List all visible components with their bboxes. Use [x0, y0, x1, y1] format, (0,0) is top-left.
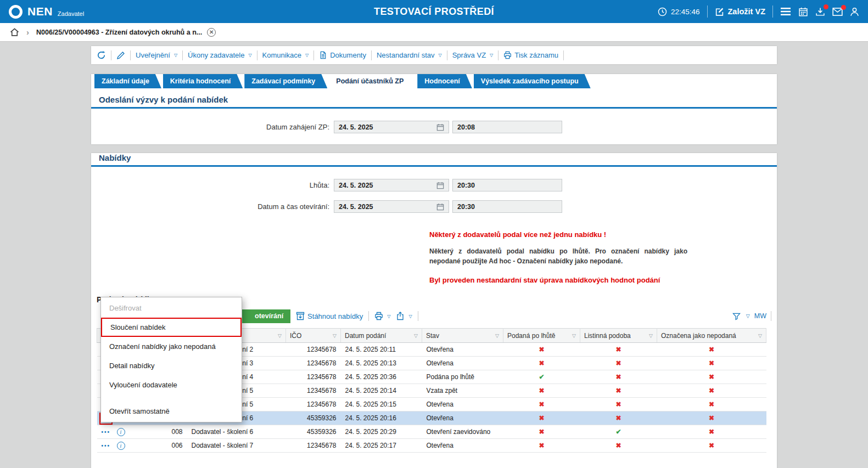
breadcrumb-record-tab[interactable]: N006/25/V00004963 - Zřízení datových okr… — [36, 28, 216, 37]
calendar-picker-icon[interactable] — [436, 203, 444, 211]
view-code[interactable]: MW — [754, 312, 766, 320]
filter-dropdown-icon[interactable]: ▽ — [278, 333, 282, 339]
filter-icon[interactable] — [732, 312, 741, 320]
calendar-icon — [798, 7, 808, 16]
deadline-time-value: 20:30 — [457, 182, 475, 189]
opening-time-input[interactable]: 20:30 — [452, 200, 562, 213]
separator — [313, 50, 314, 60]
main-menu-button[interactable] — [780, 7, 791, 16]
toolbar-menu-sprava-vz[interactable]: Správa VZ▽ — [452, 51, 494, 59]
start-time-input[interactable]: 20:08 — [452, 121, 562, 133]
tab-vysledek-zadavaciho-postupu[interactable]: Výsledek zadávacího postupu — [474, 74, 591, 88]
download-bids-label: Stáhnout nabídky — [307, 312, 363, 320]
submission-datetime: 24. 5. 2025 20:17 — [341, 439, 422, 453]
info-icon[interactable]: i — [117, 428, 125, 436]
column-header-listinna-podoba[interactable]: Listinná podoba▽ — [580, 329, 657, 343]
row-menu-button[interactable]: ••• — [102, 428, 111, 436]
toolbar-menu-label: Uveřejnění — [136, 51, 170, 59]
dropdown-arrow-icon: ▽ — [408, 314, 412, 319]
home-button[interactable] — [10, 28, 19, 36]
supplier-ico: 12345678 — [286, 357, 341, 370]
calendar-button[interactable] — [798, 7, 808, 16]
cross-icon: ✖ — [709, 373, 714, 381]
deadline-date-value: 24. 5. 2025 — [339, 182, 373, 189]
downloads-button[interactable] — [815, 7, 825, 16]
tab-zadavaci-podminky[interactable]: Zadávací podmínky — [244, 74, 327, 88]
filter-dropdown-icon[interactable]: ▽ — [495, 333, 499, 339]
toolbar-menu-dokumenty[interactable]: Dokumenty — [319, 51, 366, 59]
separator — [563, 50, 564, 60]
supplier-ico: 45359326 — [286, 425, 341, 439]
bid-row[interactable]: •••i006Dodavatel - školení 71234567824. … — [97, 439, 766, 453]
download-bids-button[interactable]: Stáhnout nabídky — [296, 312, 363, 320]
toolbar-menu-ukony-zadavatele[interactable]: Úkony zadavatele▽ — [188, 51, 252, 59]
bid-status: Otevřena — [422, 343, 503, 357]
deadline-label: Lhůta: — [91, 181, 334, 189]
filter-dropdown-icon[interactable]: ▽ — [758, 333, 762, 339]
toolbar-menu-tisk-zaznamu[interactable]: Tisk záznamu — [503, 51, 558, 59]
note-late-bid: Některý z dodavatelů podal nabídku po lh… — [429, 246, 687, 266]
opening-date-input[interactable]: 24. 5. 2025 — [334, 200, 449, 213]
view-dropdown-icon[interactable]: ▽ — [746, 313, 750, 319]
bid-row[interactable]: •••i008Dodavatel - školení 64535932624. … — [97, 425, 766, 439]
context-menu-item-slouceni-nabidek[interactable]: Sloučení nabídek — [101, 318, 242, 337]
hamburger-icon — [780, 7, 791, 16]
record-detail-card: Základní údajeKritéria hodnoceníZadávací… — [91, 74, 777, 144]
filter-dropdown-icon[interactable]: ▽ — [572, 333, 576, 339]
cross-icon: ✖ — [539, 414, 544, 422]
cross-icon: ✖ — [709, 414, 714, 422]
section-title-invitation: Odeslání výzvy k podání nabídek — [99, 95, 777, 104]
tab-hodnoceni[interactable]: Hodnocení — [417, 74, 472, 88]
column-label: Stav — [426, 332, 439, 340]
context-menu-item-oznaceni-nabidky-jako-nepodana[interactable]: Označení nabídky jako nepodaná — [101, 337, 242, 356]
cross-icon: ✖ — [709, 387, 714, 394]
tab-zakladni-udaje[interactable]: Základní údaje — [94, 74, 161, 88]
opening-label: Datum a čas otevírání: — [91, 202, 334, 211]
messages-button[interactable] — [832, 8, 843, 16]
context-menu-item-otevrit-samostatne[interactable]: Otevřít samostatně — [101, 402, 242, 421]
column-header-stav[interactable]: Stav▽ — [422, 329, 503, 343]
separator — [772, 5, 773, 18]
submission-datetime: 24. 5. 2025 20:15 — [341, 398, 422, 411]
calendar-picker-icon[interactable] — [436, 182, 444, 189]
export-grid-button[interactable]: ▽ — [396, 312, 412, 320]
info-icon[interactable]: i — [117, 442, 125, 450]
dropdown-arrow-icon: ▽ — [387, 314, 390, 319]
filter-dropdown-icon[interactable]: ▽ — [649, 333, 653, 339]
cross-icon: ✖ — [615, 442, 621, 449]
deadline-time-input[interactable]: 20:30 — [452, 179, 562, 191]
tab-kriteria-hodnoceni[interactable]: Kritéria hodnocení — [163, 74, 243, 88]
profile-button[interactable] — [850, 7, 859, 16]
nen-logo-icon — [9, 5, 23, 19]
column-label: Datum podání — [345, 332, 386, 340]
opening-date-value: 24. 5. 2025 — [339, 203, 373, 211]
start-date-value: 24. 5. 2025 — [339, 123, 373, 131]
toolbar-menu-uverejneni[interactable]: Uveřejnění▽ — [136, 51, 177, 59]
column-header-ico[interactable]: IČO▽ — [286, 329, 341, 343]
refresh-button[interactable] — [97, 50, 106, 60]
start-date-input[interactable]: 24. 5. 2025 — [334, 121, 449, 133]
column-header-oznacena-jako-nepodana[interactable]: Označena jako nepodaná▽ — [657, 329, 766, 343]
tab-podani-ucastniku-zp[interactable]: Podání účastníků ZP — [329, 74, 416, 88]
create-vz-button[interactable]: Založit VZ — [715, 7, 765, 16]
filter-dropdown-icon[interactable]: ▽ — [414, 333, 418, 339]
separator — [371, 50, 372, 60]
calendar-picker-icon[interactable] — [436, 123, 444, 131]
row-menu-button[interactable]: ••• — [102, 442, 111, 450]
context-menu-item-detail-nabidky[interactable]: Detail nabídky — [101, 356, 242, 375]
toolbar-menu-label: Nestandardní stav — [377, 51, 435, 59]
print-grid-button[interactable]: ▽ — [374, 312, 390, 320]
column-header-datum-podani[interactable]: Datum podání▽ — [341, 329, 422, 343]
deadline-date-input[interactable]: 24. 5. 2025 — [334, 179, 449, 191]
cross-icon: ✖ — [709, 442, 714, 449]
close-record-icon[interactable]: ✕ — [207, 28, 216, 37]
filter-dropdown-icon[interactable]: ▽ — [333, 333, 337, 339]
toolbar-menu-nestandardni-stav[interactable]: Nestandardní stav▽ — [377, 51, 442, 59]
supplier-ico: 12345678 — [286, 398, 341, 411]
context-menu-item-vylouceni-dodavatele[interactable]: Vyloučení dodavatele — [101, 375, 242, 394]
column-label: Podaná po lhůtě — [507, 332, 555, 340]
edit-record-button[interactable] — [116, 51, 125, 60]
column-header-podana-po-lhute[interactable]: Podaná po lhůtě▽ — [503, 329, 580, 343]
nen-brand[interactable]: NEN Zadavatel — [9, 5, 84, 19]
toolbar-menu-komunikace[interactable]: Komunikace▽ — [262, 51, 309, 59]
